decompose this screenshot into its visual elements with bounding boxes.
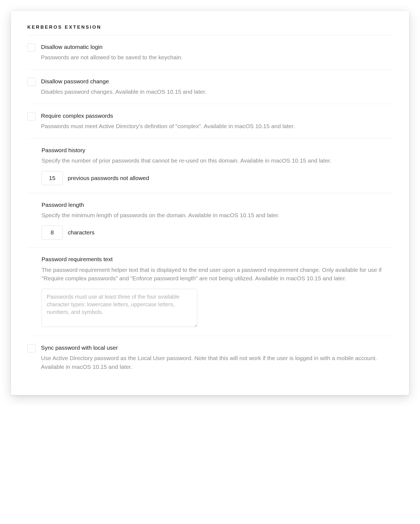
setting-require-complex: Require complex passwords Passwords must… [27,104,393,139]
setting-title: Password history [42,146,393,154]
setting-disallow-password-change: Disallow password change Disables passwo… [27,70,393,104]
setting-content: Password history Specify the number of p… [42,146,393,185]
input-row: previous passwords not allowed [42,171,393,185]
setting-disallow-auto-login: Disallow automatic login Passwords are n… [27,35,393,70]
setting-desc: Use Active Directory password as the Loc… [41,354,393,371]
disallow-password-change-checkbox[interactable] [27,78,36,86]
setting-title: Disallow password change [41,77,393,85]
setting-content: Sync password with local user Use Active… [41,344,393,371]
kerberos-extension-panel: Kerberos Extension Disallow automatic lo… [11,11,409,395]
setting-desc: Passwords are not allowed to be saved to… [41,53,393,62]
setting-desc: Specify the number of prior passwords th… [42,156,393,165]
setting-sync-password: Sync password with local user Use Active… [27,336,393,379]
setting-password_length-desc: Specify the minimum length of passwords … [42,211,393,220]
setting-content: Require complex passwords Passwords must… [41,112,393,131]
setting-content: Password requirements text The password … [42,255,393,328]
setting-title: Disallow automatic login [41,43,393,51]
input-row: characters [42,225,393,240]
section-header: Kerberos Extension [27,25,393,35]
password-length-input[interactable] [42,225,63,240]
setting-content: Disallow password change Disables passwo… [41,77,393,96]
input-suffix: characters [68,229,95,236]
setting-content: Password length Specify the minimum leng… [42,201,393,240]
password-history-input[interactable] [42,171,63,185]
setting-password-history: Password history Specify the number of p… [27,139,393,193]
setting-password-requirements-text: Password requirements text The password … [27,248,393,336]
setting-title: Password requirements text [42,255,393,263]
input-suffix: previous passwords not allowed [68,175,149,181]
setting-title: Require complex passwords [41,112,393,120]
setting-title: Password length [42,201,393,209]
setting-desc: Passwords must meet Active Directory's d… [41,122,393,131]
setting-content: Disallow automatic login Passwords are n… [41,43,393,62]
setting-desc: Disables password changes. Available in … [41,87,393,96]
sync-password-checkbox[interactable] [27,344,36,352]
require-complex-checkbox[interactable] [27,112,36,120]
setting-desc: The password requirement helper text tha… [42,266,393,283]
setting-title: Sync password with local user [41,344,393,352]
disallow-auto-login-checkbox[interactable] [27,43,36,52]
password-requirements-textarea[interactable] [42,289,197,327]
setting-password-length: Password length Specify the minimum leng… [27,193,393,248]
